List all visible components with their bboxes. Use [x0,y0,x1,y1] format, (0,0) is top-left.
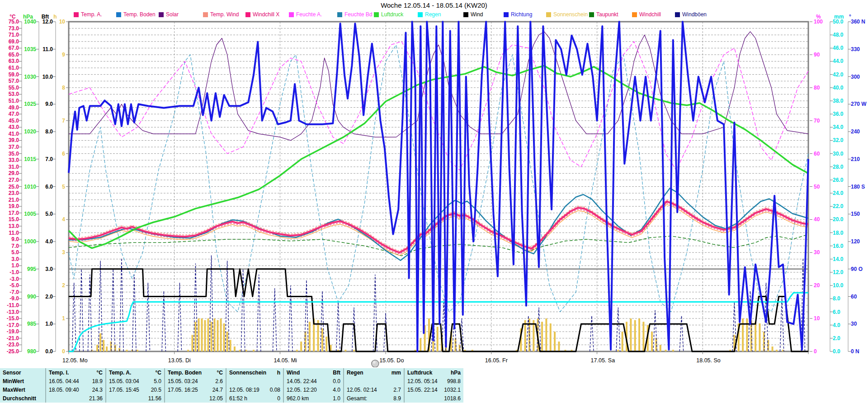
svg-text:17.0: 17.0 [9,210,19,216]
stat-value: 20.5 [151,387,161,393]
sensor-unit: hPa [451,370,461,376]
stat-value: 998.8 [447,378,461,384]
svg-text:30: 30 [851,321,857,327]
stat-value-cell: 14.05. 22:440.0 [283,377,344,385]
stat-time: 18.05. 09:40 [49,387,79,393]
stat-value-cell: Gesamt:8.9 [344,394,404,403]
svg-text:7: 7 [62,118,65,124]
table-row: MinWert16.05. 04:4418.915.05. 03:045.015… [0,377,463,385]
stat-time: 12.05. 02:14 [347,387,377,393]
svg-text:50: 50 [814,184,820,190]
statistics-table: SensorTemp. I.°CTemp. A.°CTemp. Boden°CS… [0,368,463,403]
svg-text:2: 2 [62,282,65,289]
stat-value: 1.0 [333,395,340,402]
weather-station-app: Woche 12.05.14 - 18.05.14 (KW20) Temp. A… [0,0,868,403]
stats-table: SensorTemp. I.°CTemp. A.°CTemp. Boden°CS… [0,368,463,403]
svg-text:18.0: 18.0 [833,230,844,236]
svg-text:90 O: 90 O [851,266,863,272]
stat-time: 15.05. 22:14 [407,387,438,393]
sensor-unit: °C [97,370,103,376]
svg-text:30: 30 [814,249,820,256]
svg-text:3.0: 3.0 [11,256,19,262]
table-row: MaxWert18.05. 09:4024.317.05. 15:4520.51… [0,385,463,394]
svg-text:42.0: 42.0 [833,71,844,78]
stat-time: 15.05. 03:24 [168,378,198,384]
svg-text:49.0: 49.0 [9,104,19,111]
stat-value-cell: 12.05. 02:142.7 [344,385,404,394]
svg-text:17.05. Sa: 17.05. Sa [591,357,615,364]
svg-text:0: 0 [814,348,817,355]
stat-value: 0.08 [270,387,280,393]
svg-text:90: 90 [814,52,820,58]
stat-time: 17.05. 15:45 [109,387,139,393]
chart-canvas: °C75.073.071.069.067.065.063.061.059.057… [0,0,868,367]
stat-value: 1032.1 [444,387,461,393]
svg-text:60: 60 [814,151,820,157]
stat-value-cell: 12.05. 05:14998.8 [404,377,463,385]
svg-text:11.0: 11.0 [42,46,53,52]
svg-text:1025: 1025 [24,101,36,107]
sensor-name: Luftdruck [407,370,432,376]
svg-text:3.0: 3.0 [45,266,53,272]
stat-value: 8.9 [393,395,401,402]
svg-text:1020: 1020 [24,128,36,135]
svg-text:32.0: 32.0 [833,137,844,143]
stat-value-cell: 17.05. 15:4520.5 [106,385,165,394]
moon-phase-icon [372,360,379,367]
svg-text:8: 8 [62,85,65,91]
svg-text:27.0: 27.0 [9,177,19,183]
svg-text:-21.0: -21.0 [7,335,19,341]
svg-text:h: h [53,14,57,20]
svg-text:8.0: 8.0 [833,295,840,302]
sensor-unit: Bft [333,370,340,376]
stat-time: 15.05. 03:04 [109,378,139,384]
stat-header-cell: Sonnenscheinh [226,368,283,377]
svg-text:360 N: 360 N [851,19,865,25]
stat-header-cell: Regenmm [344,368,404,377]
stat-value-cell: 16.05. 04:4418.9 [46,377,106,385]
svg-text:73.0: 73.0 [9,25,19,32]
svg-text:0.0: 0.0 [833,348,840,355]
svg-text:150: 150 [851,211,860,217]
svg-text:270 W: 270 W [851,101,867,107]
stat-value-cell: 15.05. 03:045.0 [106,377,165,385]
svg-text:23.0: 23.0 [9,190,19,196]
stat-time: 12.05. 12:20 [287,387,317,393]
row-label: MaxWert [0,385,46,394]
stat-value: 1018.6 [444,395,461,402]
svg-text:240: 240 [851,128,860,135]
svg-text:7.0: 7.0 [45,156,53,162]
svg-text:70: 70 [814,118,820,124]
svg-text:-23.0: -23.0 [7,341,19,348]
svg-text:0 N: 0 N [851,348,859,355]
svg-text:-19.0: -19.0 [7,328,19,335]
svg-text:1015: 1015 [24,156,36,162]
stat-value: 18.9 [92,378,103,384]
svg-text:6: 6 [62,151,65,157]
svg-text:6.0: 6.0 [45,184,53,190]
svg-text:15.05. Do: 15.05. Do [379,357,404,364]
sensor-unit: °C [156,370,161,376]
svg-text:34.0: 34.0 [833,124,844,130]
svg-text:4.0: 4.0 [833,322,840,328]
svg-text:55.0: 55.0 [9,85,19,91]
stat-header-cell: Temp. A.°C [106,368,165,377]
stat-value-cell: 12.05. 08:190.08 [226,385,283,394]
svg-text:10.0: 10.0 [833,282,844,289]
axis-hpa: hPa1040103510301025102010151010100510009… [23,14,39,355]
svg-text:980: 980 [27,348,36,355]
svg-text:46.0: 46.0 [833,45,844,51]
sensor-name: Temp. I. [49,370,69,376]
svg-text:12.05. Mo: 12.05. Mo [62,357,88,364]
stat-value: 24.7 [212,387,223,393]
svg-text:14.05. Mi: 14.05. Mi [274,357,297,364]
svg-text:40.0: 40.0 [833,85,844,91]
stat-value: 2.6 [215,378,223,384]
stat-header-cell: Temp. I.°C [46,368,106,377]
svg-text:28.0: 28.0 [833,164,844,170]
stat-value-cell [226,377,283,385]
svg-text:15.0: 15.0 [9,216,19,223]
stat-time: 12.05. 08:19 [229,387,259,393]
svg-text:0: 0 [62,348,65,355]
svg-text:38.0: 38.0 [833,98,844,104]
